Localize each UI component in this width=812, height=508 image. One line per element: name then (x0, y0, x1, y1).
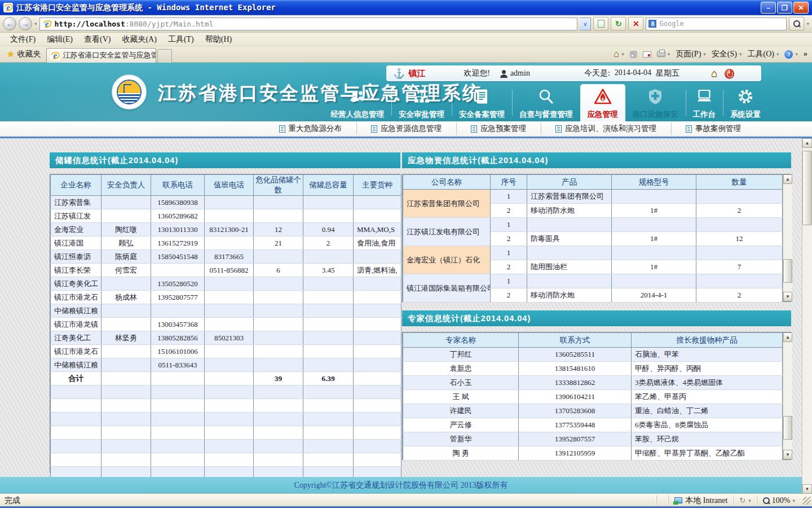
table-row[interactable]: 中储粮镇江粮0511-833643 (51, 358, 401, 372)
zoom-control[interactable]: 100% ▾ (757, 495, 801, 506)
scroll-up-icon[interactable]: ▲ (783, 332, 792, 342)
experts-scrollbar[interactable]: ▲ ▼ (783, 332, 792, 459)
scroll-thumb[interactable] (783, 259, 792, 283)
menu-item[interactable]: 编辑(E) (41, 33, 78, 46)
menu-item[interactable]: 帮助(H) (200, 33, 237, 46)
table-row[interactable]: 袁新忠13815481610甲醇、异丙醇、丙酮 (403, 362, 783, 376)
search-options-icon[interactable]: ▾ (806, 21, 809, 27)
table-row[interactable]: 江苏索普集15896380938 (51, 196, 401, 209)
table-row[interactable]: 丁邦红13605285511石脑油、甲苯 (403, 348, 783, 362)
home-button[interactable]: ⌂▾ (614, 49, 624, 60)
protected-mode-button[interactable]: ↻ ▾ (733, 495, 756, 506)
table-row[interactable]: 镇江市港龙石15106101006 (51, 345, 401, 358)
scroll-down-icon[interactable]: ▼ (783, 450, 792, 459)
subnav-item[interactable]: 应急预案管理 (456, 124, 541, 134)
table-row[interactable]: 镇江市港龙石杨成林13952807577 (51, 291, 401, 304)
search-input[interactable]: 8 Google (646, 17, 787, 30)
column-header: 联系电话 (151, 175, 205, 196)
table-row[interactable]: 江苏镇江发13605289682 (51, 209, 401, 223)
table-row[interactable]: 石小玉133388128623类易燃液体、4类易燃固体 (403, 376, 783, 390)
compatibility-view-button[interactable] (593, 17, 608, 30)
rss-icon[interactable] (630, 51, 637, 58)
logout-icon[interactable] (725, 69, 734, 78)
nav-item-document[interactable]: 安全备案管理 (452, 84, 512, 121)
cell: 1# (612, 232, 696, 246)
subnav-item[interactable]: 事故案例管理 (671, 124, 756, 134)
cell (354, 291, 401, 304)
url-dropdown-button[interactable]: ∨ (580, 17, 591, 30)
resize-grip[interactable] (803, 497, 811, 505)
nav-item-org[interactable]: 安全审批管理 (391, 84, 452, 121)
minimize-button[interactable]: – (761, 2, 776, 14)
new-tab-button[interactable] (157, 49, 172, 63)
nav-item-gear[interactable]: 系统设置 (723, 84, 768, 121)
scroll-down-icon[interactable]: ▼ (802, 484, 812, 494)
table-row[interactable]: 金海宏业陶红暾1301301133083121300-21120.94MMA,M… (51, 223, 401, 237)
table-row[interactable]: 镇江李长荣何雪宏0511-85688263.45沥青,燃料油, (51, 264, 401, 277)
table-row[interactable]: 镇江港国顾弘13615272919212食用油,食用 (51, 237, 401, 250)
table-row[interactable]: 王 斌13906104211苯乙烯、甲基丙 (403, 390, 783, 404)
subnav-item[interactable]: 重大危险源分布 (264, 124, 357, 134)
print-dropdown-icon[interactable]: ▾ (668, 51, 670, 57)
page-scrollbar[interactable]: ▲ ▼ (802, 138, 812, 494)
stop-button[interactable]: ✕ (628, 17, 643, 30)
cell (205, 399, 254, 413)
scroll-up-icon[interactable]: ▲ (802, 138, 812, 148)
home-dropdown-icon[interactable]: ▾ (621, 51, 624, 57)
subnav-item[interactable]: 应急资源信息管理 (356, 124, 456, 134)
nav-item-shield[interactable]: 港口设施保安 (625, 84, 686, 121)
table-row[interactable]: 许建民13705283608重油、白蜡油、丁二烯 (403, 404, 783, 418)
refresh-button[interactable]: ↻ (611, 17, 626, 30)
table-row[interactable]: 管新华13952807557苯胺、环己烷 (403, 432, 783, 446)
print-button[interactable]: ▾ (657, 51, 670, 57)
nav-item-warning[interactable]: 应急管理 (580, 84, 625, 121)
forward-button[interactable]: → (19, 17, 32, 30)
menu-item[interactable]: 查看(V) (78, 33, 116, 46)
cell: 83173665 (205, 250, 254, 264)
tools-menu[interactable]: 工具(O)▾ (748, 49, 779, 59)
portal-home-icon[interactable]: ⌂ (711, 67, 717, 80)
url-input[interactable]: e http://localhost:8080/yjpt/Main.html (39, 17, 578, 30)
menu-item[interactable]: 工具(T) (162, 33, 200, 46)
scroll-down-icon[interactable]: ▼ (783, 292, 792, 301)
people-icon (348, 87, 367, 107)
supplies-scrollbar[interactable]: ▲ ▼ (783, 174, 792, 301)
help-button[interactable]: ?▾ (784, 50, 798, 59)
scroll-thumb[interactable] (783, 416, 792, 440)
close-button[interactable]: ✕ (793, 2, 809, 14)
scroll-thumb[interactable] (802, 151, 812, 225)
table-row[interactable]: 镇江港国际集装箱有限公司1 (403, 274, 783, 288)
browser-tab[interactable]: e 江苏省港口安全监管与应急管理系统 (46, 48, 156, 63)
maximize-button[interactable]: ❐ (777, 2, 792, 14)
table-row[interactable]: 金海宏业（镇江）石化1 (403, 246, 783, 260)
cell: 15850451548 (151, 250, 205, 264)
table-row[interactable]: 中储粮镇江粮 (51, 304, 401, 318)
table-row[interactable]: 江苏镇江发电有限公司1 (403, 218, 783, 232)
table-row[interactable]: 镇江恒泰沥陈炳庭1585045154883173665 (51, 250, 401, 264)
favorites-button[interactable]: ★ 收藏夹 (0, 49, 46, 59)
scroll-up-icon[interactable]: ▲ (783, 174, 792, 184)
table-row[interactable]: 陶 勇13912105959甲缩醛、甲基异丁基酮、乙酸乙酯 (403, 446, 783, 461)
nav-item-people[interactable]: 经营人信息管理 (324, 84, 392, 121)
overflow-chevron-icon[interactable]: » (804, 50, 807, 59)
search-button[interactable] (789, 17, 804, 30)
back-button[interactable]: ← (3, 17, 16, 30)
menu-item[interactable]: 收藏夹(A) (116, 33, 162, 46)
nav-item-laptop[interactable]: 工作台 (686, 84, 723, 121)
cell (205, 358, 254, 372)
table-row[interactable]: 镇江奇美化工13505280520 (51, 277, 401, 291)
table-row[interactable]: 江奇美化工林坚勇1380528285685021303 (51, 331, 401, 345)
table-row[interactable]: 江苏索普集团有限公司1江苏索普集团有限公司 (403, 190, 783, 204)
menu-item[interactable]: 文件(F) (5, 33, 41, 46)
ie-logo-icon: e (3, 3, 13, 12)
table-row[interactable]: 合计396.39 (51, 372, 401, 386)
history-dropdown-icon[interactable]: ▾ (34, 21, 37, 27)
subnav-item[interactable]: 应急培训、演练和演习管理 (541, 124, 671, 134)
safety-menu[interactable]: 安全(S)▾ (712, 49, 742, 59)
mail-icon[interactable] (643, 51, 651, 58)
cell: 陶红暾 (102, 223, 151, 237)
table-row[interactable]: 镇江市港龙镇13003457368 (51, 318, 401, 331)
table-row[interactable]: 严云修137753594486类毒害品、8类腐蚀品 (403, 418, 783, 432)
page-menu[interactable]: 页面(P)▾ (676, 49, 706, 59)
nav-item-search[interactable]: 自查与督查管理 (512, 84, 580, 121)
